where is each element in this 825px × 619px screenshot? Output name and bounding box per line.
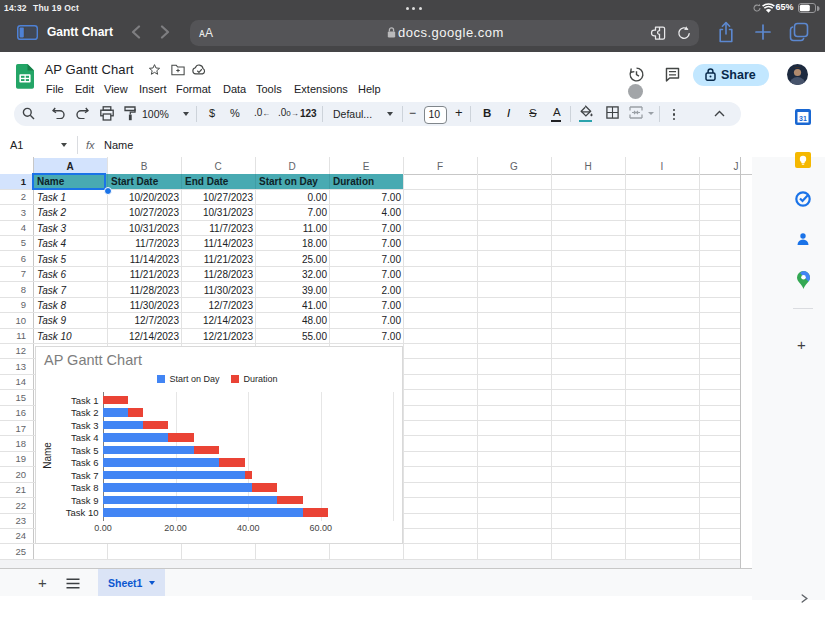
svg-text:31: 31 <box>799 115 807 122</box>
